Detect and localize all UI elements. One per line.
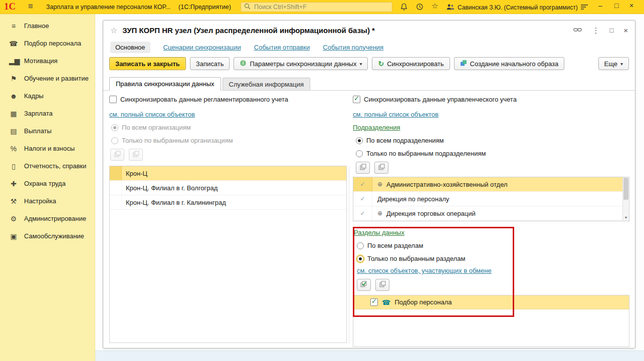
sidebar-item-taxes[interactable]: %Налоги и взносы: [0, 140, 95, 157]
sidebar-item-salary[interactable]: ▦Зарплата: [0, 105, 95, 122]
save-button[interactable]: Записать: [190, 57, 230, 70]
uncheck-all-icon: [379, 281, 386, 289]
users-icon[interactable]: [446, 4, 455, 12]
data-section-row[interactable]: ☎ Подбор персонала: [353, 295, 629, 309]
form-close-icon[interactable]: ×: [623, 27, 628, 34]
synchronize-button[interactable]: ↻ Синхронизировать: [372, 57, 450, 70]
radio-all-sections[interactable]: [357, 242, 364, 249]
window-minimize-button[interactable]: –: [598, 2, 602, 9]
set-all-flags-button[interactable]: [357, 279, 371, 291]
copy-icon: [378, 164, 385, 172]
history-icon[interactable]: [416, 3, 423, 12]
bar-chart-icon: ▂▆: [9, 58, 18, 65]
favorites-star-icon[interactable]: ☆: [432, 2, 438, 10]
main-menu-icon[interactable]: ≡: [28, 2, 33, 12]
global-search[interactable]: [241, 2, 392, 12]
sidebar-item-recruiting[interactable]: ☎Подбор персонала: [0, 35, 95, 52]
chevron-down-icon: ▾: [620, 61, 623, 67]
department-row[interactable]: ✓ Дирекция по персоналу: [353, 192, 629, 206]
used-check-icon: ✓: [353, 177, 372, 191]
expand-icon[interactable]: ⊕: [375, 210, 384, 217]
radio-selected-sections[interactable]: [357, 255, 364, 262]
data-sections-link[interactable]: Разделы данных: [354, 229, 404, 236]
departments-scrollbar[interactable]: ▼: [622, 177, 629, 221]
globe-icon: [240, 60, 247, 68]
nav-link-sync-scenarios[interactable]: Сценарии синхронизации: [163, 44, 241, 51]
sidebar-item-labor-safety[interactable]: ✚Охрана труда: [0, 175, 95, 192]
nav-link-send-events[interactable]: События отправки: [254, 44, 310, 51]
menu-icon: ≡: [9, 23, 18, 30]
org-copy-button[interactable]: [129, 149, 143, 161]
exchange-objects-link[interactable]: см. список объектов, участвующих в обмен…: [357, 267, 492, 274]
form-maximize-icon[interactable]: □: [609, 27, 613, 34]
sidebar-item-payments[interactable]: ▤Выплаты: [0, 122, 95, 140]
form-content: Синхронизировать данные регламентированн…: [103, 91, 635, 349]
see-all-objects-link-right[interactable]: см. полный список объектов: [353, 111, 439, 118]
save-close-button[interactable]: Записать и закрыть: [109, 57, 186, 70]
sidebar-item-administration[interactable]: ⚙Администрирование: [0, 210, 95, 227]
quick-functions-icon[interactable]: [580, 4, 588, 11]
panel-splitter[interactable]: [349, 166, 349, 344]
radio-selected-orgs-row: Только по выбранным организациям: [111, 137, 233, 144]
radio-all-depts[interactable]: [356, 137, 363, 144]
sync-params-button[interactable]: Параметры синхронизации данных ▾: [234, 57, 368, 70]
see-all-objects-link-left[interactable]: см. полный список объектов: [109, 111, 195, 118]
departments-link[interactable]: Подразделения: [353, 124, 400, 131]
scrollbar-thumb[interactable]: [623, 178, 628, 200]
sidebar-item-settings[interactable]: ⚒Настройка: [0, 192, 95, 210]
sidebar-item-motivation[interactable]: ▂▆Мотивация: [0, 52, 95, 70]
mgmt-data-checkbox[interactable]: [353, 96, 360, 103]
window-maximize-button[interactable]: □: [614, 2, 618, 9]
tab-service-info[interactable]: Служебная информация: [223, 78, 310, 90]
org-pick-button[interactable]: [110, 149, 124, 161]
phone-icon: ☎: [382, 299, 390, 306]
sidebar-item-reports[interactable]: ▯Отчетность, справки: [0, 157, 95, 175]
clear-all-flags-button[interactable]: [375, 279, 389, 291]
radio-selected-depts[interactable]: [356, 150, 363, 157]
form-nav-tabs: Основное Сценарии синхронизации События …: [103, 40, 635, 55]
notifications-bell-icon[interactable]: [400, 3, 407, 12]
organization-row[interactable]: Крон-Ц: [110, 166, 346, 181]
department-row[interactable]: ✓ ⊕ Дирекция торговых операций: [353, 206, 629, 221]
form-favorite-star-icon[interactable]: ☆: [110, 26, 117, 35]
flag-icon: ⚑: [9, 75, 18, 82]
used-check-icon: ✓: [353, 206, 372, 220]
organization-row[interactable]: Крон-Ц. Филиал в г. Волгоград: [110, 181, 346, 195]
more-options-icon[interactable]: ⋮: [592, 27, 599, 34]
copy-icon: [133, 151, 139, 159]
scroll-down-icon[interactable]: ▼: [623, 214, 629, 221]
link-icon[interactable]: [573, 27, 582, 34]
sync-icon: ↻: [378, 60, 384, 68]
nav-tab-main[interactable]: Основное: [110, 42, 150, 53]
organization-row[interactable]: Крон-Ц. Филиал в г. Калининград: [110, 195, 346, 210]
nav-link-receive-events[interactable]: События получения: [323, 44, 383, 51]
reg-data-checkbox-row: Синхронизировать данные регламентированн…: [109, 96, 288, 103]
reg-data-checkbox[interactable]: [109, 96, 117, 103]
search-icon: [244, 3, 251, 11]
radio-all-orgs[interactable]: [111, 124, 118, 131]
tab-sync-rules[interactable]: Правила синхронизации данных: [109, 77, 221, 91]
search-input[interactable]: [253, 3, 389, 11]
1c-logo: 1С: [4, 1, 16, 12]
sidebar-item-hr[interactable]: ☻Кадры: [0, 87, 95, 105]
window-close-button[interactable]: ×: [629, 2, 633, 9]
person-icon: ☻: [9, 93, 18, 100]
more-button[interactable]: Еще ▾: [598, 57, 629, 70]
expand-icon[interactable]: ⊕: [375, 181, 384, 188]
current-user[interactable]: Савинская З.Ю. (Системный программист): [458, 4, 578, 11]
sidebar-item-main[interactable]: ≡Главное: [0, 17, 95, 35]
dept-pick-button[interactable]: [356, 162, 370, 174]
taskbar-strip: [95, 350, 644, 361]
dept-copy-button[interactable]: [374, 162, 388, 174]
sidebar-item-training[interactable]: ⚑Обучение и развитие: [0, 70, 95, 87]
organizations-list: Крон-Ц Крон-Ц. Филиал в г. Волгоград Кро…: [109, 166, 347, 343]
used-check-icon: ✓: [353, 192, 372, 206]
radio-selected-orgs[interactable]: [111, 137, 118, 144]
department-row[interactable]: ✓ ⊕ Административно-хозяйственный отдел: [353, 177, 629, 192]
sidebar-item-self-service[interactable]: ▣Самообслуживание: [0, 227, 95, 245]
platform-label: (1С:Предприятие): [178, 4, 231, 11]
initial-image-button[interactable]: Создание начального образа: [454, 57, 565, 70]
section-sidebar: ≡Главное ☎Подбор персонала ▂▆Мотивация ⚑…: [0, 14, 95, 361]
section-checkbox[interactable]: [370, 298, 378, 306]
document-icon: ▯: [9, 163, 18, 170]
